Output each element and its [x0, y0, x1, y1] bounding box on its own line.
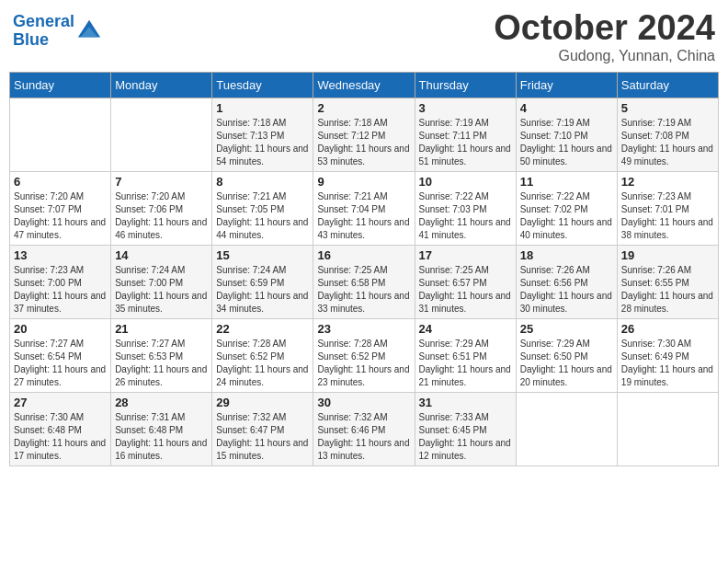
- day-number: 31: [419, 396, 512, 409]
- day-number: 30: [317, 396, 410, 409]
- day-number: 23: [317, 322, 410, 336]
- calendar-cell: 9Sunrise: 7:21 AMSunset: 7:04 PMDaylight…: [313, 171, 415, 245]
- calendar-cell: [516, 392, 617, 465]
- day-number: 18: [520, 248, 613, 262]
- calendar-body: 1Sunrise: 7:18 AMSunset: 7:13 PMDaylight…: [10, 98, 719, 465]
- calendar-week: 6Sunrise: 7:20 AMSunset: 7:07 PMDaylight…: [10, 171, 719, 245]
- title-block: October 2024 Gudong, Yunnan, China: [494, 9, 715, 64]
- calendar-table: SundayMondayTuesdayWednesdayThursdayFrid…: [9, 72, 719, 466]
- day-info: Sunrise: 7:19 AMSunset: 7:10 PMDaylight:…: [520, 117, 613, 168]
- weekday-header: Saturday: [617, 72, 718, 98]
- day-info: Sunrise: 7:20 AMSunset: 7:06 PMDaylight:…: [115, 190, 208, 242]
- calendar-cell: 24Sunrise: 7:29 AMSunset: 6:51 PMDayligh…: [415, 318, 516, 392]
- day-number: 16: [317, 248, 410, 262]
- calendar-cell: 14Sunrise: 7:24 AMSunset: 7:00 PMDayligh…: [111, 245, 212, 318]
- day-number: 4: [520, 101, 613, 115]
- day-number: 8: [216, 175, 309, 189]
- day-info: Sunrise: 7:25 AMSunset: 6:58 PMDaylight:…: [317, 264, 410, 316]
- day-number: 14: [115, 248, 208, 262]
- day-info: Sunrise: 7:28 AMSunset: 6:52 PMDaylight:…: [216, 338, 309, 389]
- day-info: Sunrise: 7:22 AMSunset: 7:02 PMDaylight:…: [520, 190, 613, 242]
- calendar-cell: 31Sunrise: 7:33 AMSunset: 6:45 PMDayligh…: [415, 392, 516, 465]
- day-info: Sunrise: 7:32 AMSunset: 6:47 PMDaylight:…: [216, 411, 309, 463]
- day-info: Sunrise: 7:21 AMSunset: 7:05 PMDaylight:…: [216, 190, 309, 242]
- day-number: 10: [419, 175, 512, 189]
- location-title: Gudong, Yunnan, China: [494, 48, 715, 64]
- calendar-cell: 16Sunrise: 7:25 AMSunset: 6:58 PMDayligh…: [313, 245, 415, 318]
- day-number: 15: [216, 248, 309, 262]
- calendar-cell: 22Sunrise: 7:28 AMSunset: 6:52 PMDayligh…: [212, 318, 313, 392]
- calendar-cell: 8Sunrise: 7:21 AMSunset: 7:05 PMDaylight…: [212, 171, 313, 245]
- calendar-cell: 11Sunrise: 7:22 AMSunset: 7:02 PMDayligh…: [516, 171, 617, 245]
- day-info: Sunrise: 7:26 AMSunset: 6:56 PMDaylight:…: [520, 264, 613, 316]
- weekday-header: Thursday: [415, 72, 516, 98]
- day-number: 6: [14, 175, 107, 189]
- day-info: Sunrise: 7:24 AMSunset: 7:00 PMDaylight:…: [115, 264, 208, 316]
- calendar-cell: 3Sunrise: 7:19 AMSunset: 7:11 PMDaylight…: [415, 98, 516, 171]
- day-number: 13: [14, 248, 107, 262]
- calendar-cell: 15Sunrise: 7:24 AMSunset: 6:59 PMDayligh…: [212, 245, 313, 318]
- weekday-header: Monday: [111, 72, 212, 98]
- calendar-cell: 23Sunrise: 7:28 AMSunset: 6:52 PMDayligh…: [313, 318, 415, 392]
- calendar-week: 20Sunrise: 7:27 AMSunset: 6:54 PMDayligh…: [10, 318, 719, 392]
- calendar-cell: 5Sunrise: 7:19 AMSunset: 7:08 PMDaylight…: [617, 98, 718, 171]
- day-number: 9: [317, 175, 410, 189]
- day-info: Sunrise: 7:29 AMSunset: 6:51 PMDaylight:…: [419, 338, 512, 389]
- day-info: Sunrise: 7:19 AMSunset: 7:11 PMDaylight:…: [419, 117, 512, 168]
- day-info: Sunrise: 7:21 AMSunset: 7:04 PMDaylight:…: [317, 190, 410, 242]
- day-info: Sunrise: 7:23 AMSunset: 7:00 PMDaylight:…: [14, 264, 107, 316]
- calendar-cell: 12Sunrise: 7:23 AMSunset: 7:01 PMDayligh…: [617, 171, 718, 245]
- day-info: Sunrise: 7:22 AMSunset: 7:03 PMDaylight:…: [419, 190, 512, 242]
- weekday-header: Tuesday: [212, 72, 313, 98]
- calendar-cell: 26Sunrise: 7:30 AMSunset: 6:49 PMDayligh…: [617, 318, 718, 392]
- day-info: Sunrise: 7:26 AMSunset: 6:55 PMDaylight:…: [621, 264, 714, 316]
- calendar-cell: 7Sunrise: 7:20 AMSunset: 7:06 PMDaylight…: [111, 171, 212, 245]
- day-info: Sunrise: 7:29 AMSunset: 6:50 PMDaylight:…: [520, 338, 613, 389]
- calendar-cell: 28Sunrise: 7:31 AMSunset: 6:48 PMDayligh…: [111, 392, 212, 465]
- day-number: 29: [216, 396, 309, 409]
- calendar-cell: 25Sunrise: 7:29 AMSunset: 6:50 PMDayligh…: [516, 318, 617, 392]
- day-info: Sunrise: 7:30 AMSunset: 6:48 PMDaylight:…: [14, 411, 107, 463]
- calendar-cell: 21Sunrise: 7:27 AMSunset: 6:53 PMDayligh…: [111, 318, 212, 392]
- day-number: 20: [14, 322, 107, 336]
- page-header: General Blue October 2024 Gudong, Yunnan…: [9, 9, 719, 64]
- day-number: 22: [216, 322, 309, 336]
- calendar-header: SundayMondayTuesdayWednesdayThursdayFrid…: [10, 72, 719, 98]
- weekday-header: Friday: [516, 72, 617, 98]
- day-info: Sunrise: 7:30 AMSunset: 6:49 PMDaylight:…: [621, 338, 714, 389]
- day-info: Sunrise: 7:32 AMSunset: 6:46 PMDaylight:…: [317, 411, 410, 463]
- logo: General Blue: [13, 13, 102, 50]
- day-info: Sunrise: 7:28 AMSunset: 6:52 PMDaylight:…: [317, 338, 410, 389]
- day-number: 11: [520, 175, 613, 189]
- day-info: Sunrise: 7:27 AMSunset: 6:53 PMDaylight:…: [115, 338, 208, 389]
- calendar-cell: 18Sunrise: 7:26 AMSunset: 6:56 PMDayligh…: [516, 245, 617, 318]
- calendar-cell: 29Sunrise: 7:32 AMSunset: 6:47 PMDayligh…: [212, 392, 313, 465]
- calendar-week: 27Sunrise: 7:30 AMSunset: 6:48 PMDayligh…: [10, 392, 719, 465]
- calendar-cell: 27Sunrise: 7:30 AMSunset: 6:48 PMDayligh…: [10, 392, 111, 465]
- day-number: 3: [419, 101, 512, 115]
- weekday-header: Wednesday: [313, 72, 415, 98]
- day-info: Sunrise: 7:25 AMSunset: 6:57 PMDaylight:…: [419, 264, 512, 316]
- day-number: 25: [520, 322, 613, 336]
- day-info: Sunrise: 7:31 AMSunset: 6:48 PMDaylight:…: [115, 411, 208, 463]
- day-number: 24: [419, 322, 512, 336]
- logo-blue: Blue: [13, 30, 49, 49]
- calendar-cell: 4Sunrise: 7:19 AMSunset: 7:10 PMDaylight…: [516, 98, 617, 171]
- calendar-cell: 10Sunrise: 7:22 AMSunset: 7:03 PMDayligh…: [415, 171, 516, 245]
- day-number: 17: [419, 248, 512, 262]
- day-number: 26: [621, 322, 714, 336]
- calendar-cell: [10, 98, 111, 171]
- month-title: October 2024: [494, 9, 715, 48]
- day-info: Sunrise: 7:18 AMSunset: 7:12 PMDaylight:…: [317, 117, 410, 168]
- day-number: 7: [115, 175, 208, 189]
- calendar-cell: 6Sunrise: 7:20 AMSunset: 7:07 PMDaylight…: [10, 171, 111, 245]
- day-number: 28: [115, 396, 208, 409]
- day-info: Sunrise: 7:24 AMSunset: 6:59 PMDaylight:…: [216, 264, 309, 316]
- day-info: Sunrise: 7:18 AMSunset: 7:13 PMDaylight:…: [216, 117, 309, 168]
- day-number: 5: [621, 101, 714, 115]
- day-info: Sunrise: 7:27 AMSunset: 6:54 PMDaylight:…: [14, 338, 107, 389]
- calendar-week: 13Sunrise: 7:23 AMSunset: 7:00 PMDayligh…: [10, 245, 719, 318]
- day-number: 2: [317, 101, 410, 115]
- day-info: Sunrise: 7:19 AMSunset: 7:08 PMDaylight:…: [621, 117, 714, 168]
- day-info: Sunrise: 7:33 AMSunset: 6:45 PMDaylight:…: [419, 411, 512, 463]
